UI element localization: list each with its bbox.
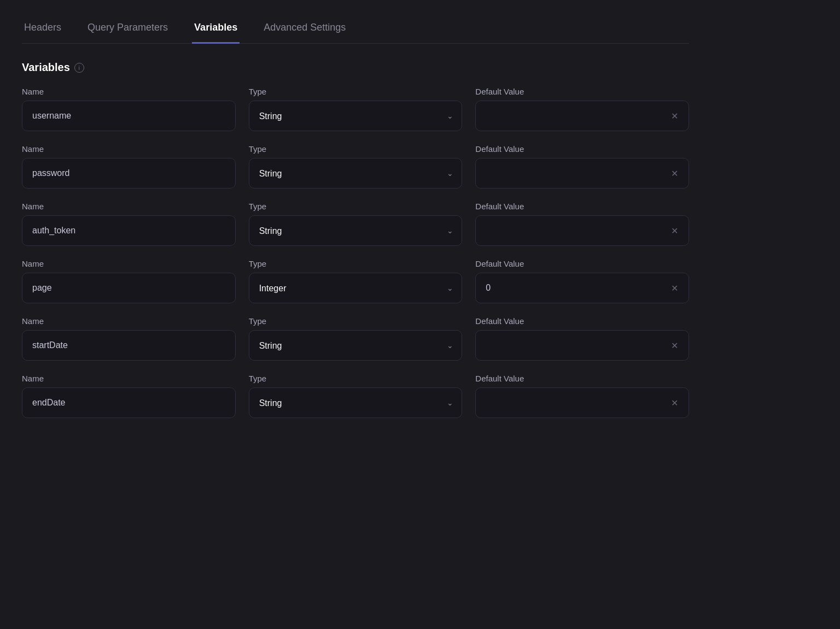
name-input-5[interactable] [22,330,236,361]
clear-icon-2[interactable]: ✕ [668,167,681,180]
clear-icon-5[interactable]: ✕ [668,339,681,352]
default-label-6: Default Value [475,374,689,383]
default-field-group-3: Default Value ✕ [475,202,689,246]
tab-headers[interactable]: Headers [22,13,63,44]
default-value-wrapper-1: ✕ [475,101,689,131]
table-row: Name Type String Integer Boolean Float O… [22,202,689,246]
table-row: Name Type String Integer Boolean Float O… [22,374,689,418]
name-label-4: Name [22,259,236,268]
type-select-2[interactable]: String Integer Boolean Float Object Arra… [249,158,463,189]
name-label-1: Name [22,87,236,96]
type-select-3[interactable]: String Integer Boolean Float Object Arra… [249,215,463,246]
default-label-4: Default Value [475,259,689,268]
section-title: Variables [22,61,70,74]
default-value-input-6[interactable] [475,387,689,418]
name-field-group-6: Name [22,374,236,418]
default-field-group-5: Default Value ✕ [475,316,689,361]
default-value-wrapper-6: ✕ [475,387,689,418]
default-value-input-5[interactable] [475,330,689,361]
default-value-wrapper-4: ✕ [475,273,689,303]
type-label-2: Type [249,144,463,154]
name-input-4[interactable] [22,273,236,303]
type-select-wrapper-4: String Integer Boolean Float Object Arra… [249,273,463,303]
type-select-wrapper-2: String Integer Boolean Float Object Arra… [249,158,463,189]
type-label-3: Type [249,202,463,211]
tab-advanced-settings[interactable]: Advanced Settings [261,13,348,44]
name-label-3: Name [22,202,236,211]
default-value-wrapper-3: ✕ [475,215,689,246]
default-label-5: Default Value [475,316,689,326]
default-field-group-1: Default Value ✕ [475,87,689,131]
name-field-group-4: Name [22,259,236,303]
type-select-1[interactable]: String Integer Boolean Float Object Arra… [249,101,463,131]
name-input-3[interactable] [22,215,236,246]
name-field-group-2: Name [22,144,236,189]
name-label-6: Name [22,374,236,383]
tab-query-parameters[interactable]: Query Parameters [85,13,170,44]
type-field-group-4: Type String Integer Boolean Float Object… [249,259,463,303]
clear-icon-1[interactable]: ✕ [668,109,681,122]
type-label-4: Type [249,259,463,268]
default-field-group-4: Default Value ✕ [475,259,689,303]
type-select-6[interactable]: String Integer Boolean Float Object Arra… [249,387,463,418]
type-label-1: Type [249,87,463,96]
tab-bar: Headers Query Parameters Variables Advan… [22,0,689,44]
name-input-2[interactable] [22,158,236,189]
name-field-group-1: Name [22,87,236,131]
default-field-group-6: Default Value ✕ [475,374,689,418]
section-heading: Variables i [22,61,689,74]
default-value-wrapper-2: ✕ [475,158,689,189]
name-label-2: Name [22,144,236,154]
tab-variables[interactable]: Variables [192,13,240,44]
type-field-group-1: Type String Integer Boolean Float Object… [249,87,463,131]
type-field-group-5: Type String Integer Boolean Float Object… [249,316,463,361]
default-label-1: Default Value [475,87,689,96]
name-input-1[interactable] [22,101,236,131]
clear-icon-6[interactable]: ✕ [668,396,681,409]
type-select-wrapper-1: String Integer Boolean Float Object Arra… [249,101,463,131]
default-field-group-2: Default Value ✕ [475,144,689,189]
type-label-6: Type [249,374,463,383]
table-row: Name Type String Integer Boolean Float O… [22,259,689,303]
type-select-wrapper-5: String Integer Boolean Float Object Arra… [249,330,463,361]
type-field-group-2: Type String Integer Boolean Float Object… [249,144,463,189]
default-value-input-3[interactable] [475,215,689,246]
table-row: Name Type String Integer Boolean Float O… [22,144,689,189]
type-select-5[interactable]: String Integer Boolean Float Object Arra… [249,330,463,361]
default-value-input-1[interactable] [475,101,689,131]
variables-list: Name Type String Integer Boolean Float O… [22,87,689,418]
default-value-wrapper-5: ✕ [475,330,689,361]
type-select-4[interactable]: String Integer Boolean Float Object Arra… [249,273,463,303]
type-field-group-6: Type String Integer Boolean Float Object… [249,374,463,418]
default-label-2: Default Value [475,144,689,154]
name-label-5: Name [22,316,236,326]
name-input-6[interactable] [22,387,236,418]
default-value-input-2[interactable] [475,158,689,189]
type-label-5: Type [249,316,463,326]
clear-icon-4[interactable]: ✕ [668,281,681,295]
table-row: Name Type String Integer Boolean Float O… [22,87,689,131]
table-row: Name Type String Integer Boolean Float O… [22,316,689,361]
name-field-group-5: Name [22,316,236,361]
type-select-wrapper-3: String Integer Boolean Float Object Arra… [249,215,463,246]
type-field-group-3: Type String Integer Boolean Float Object… [249,202,463,246]
clear-icon-3[interactable]: ✕ [668,224,681,237]
default-label-3: Default Value [475,202,689,211]
name-field-group-3: Name [22,202,236,246]
default-value-input-4[interactable] [475,273,689,303]
info-icon[interactable]: i [74,63,84,73]
type-select-wrapper-6: String Integer Boolean Float Object Arra… [249,387,463,418]
